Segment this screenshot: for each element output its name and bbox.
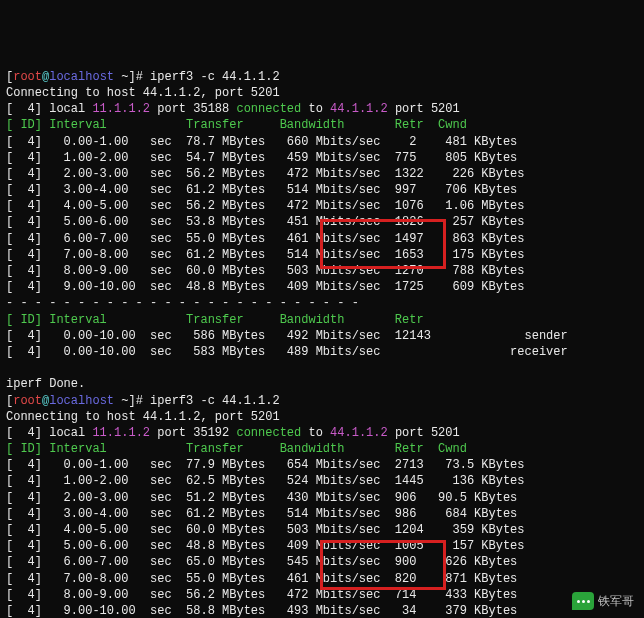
- watermark-text: 铁军哥: [598, 593, 634, 609]
- table-header: [ ID] Interval Transfer Bandwidth Retr C…: [6, 441, 638, 457]
- table-row: [ 4] 2.00-3.00 sec 51.2 MBytes 430 Mbits…: [6, 490, 638, 506]
- wechat-icon: [572, 592, 594, 610]
- table-row: [ 4] 7.00-8.00 sec 61.2 MBytes 514 Mbits…: [6, 247, 638, 263]
- local-line: [ 4] local 11.1.1.2 port 35192 connected…: [6, 425, 638, 441]
- table-row: [ 4] 4.00-5.00 sec 56.2 MBytes 472 Mbits…: [6, 198, 638, 214]
- table-row: [ 4] 9.00-10.00 sec 48.8 MBytes 409 Mbit…: [6, 279, 638, 295]
- table-row: [ 4] 3.00-4.00 sec 61.2 MBytes 514 Mbits…: [6, 506, 638, 522]
- table-row: [ 4] 8.00-9.00 sec 56.2 MBytes 472 Mbits…: [6, 587, 638, 603]
- table-row: [ 4] 5.00-6.00 sec 48.8 MBytes 409 Mbits…: [6, 538, 638, 554]
- table-row: [ 4] 8.00-9.00 sec 60.0 MBytes 503 Mbits…: [6, 263, 638, 279]
- summary-sender: [ 4] 0.00-10.00 sec 586 MBytes 492 Mbits…: [6, 328, 638, 344]
- watermark: 铁军哥: [572, 592, 634, 610]
- connecting-line: Connecting to host 44.1.1.2, port 5201: [6, 85, 638, 101]
- table-row: [ 4] 0.00-1.00 sec 77.9 MBytes 654 Mbits…: [6, 457, 638, 473]
- shell-prompt[interactable]: [root@localhost ~]# iperf3 -c 44.1.1.2: [6, 69, 638, 85]
- table-row: [ 4] 7.00-8.00 sec 55.0 MBytes 461 Mbits…: [6, 571, 638, 587]
- summary-receiver: [ 4] 0.00-10.00 sec 583 MBytes 489 Mbits…: [6, 344, 638, 360]
- connecting-line: Connecting to host 44.1.1.2, port 5201: [6, 409, 638, 425]
- shell-prompt[interactable]: [root@localhost ~]# iperf3 -c 44.1.1.2: [6, 393, 638, 409]
- table-row: [ 4] 5.00-6.00 sec 53.8 MBytes 451 Mbits…: [6, 214, 638, 230]
- table-header: [ ID] Interval Transfer Bandwidth Retr C…: [6, 117, 638, 133]
- local-line: [ 4] local 11.1.1.2 port 35188 connected…: [6, 101, 638, 117]
- done-line: iperf Done.: [6, 376, 638, 392]
- blank: [6, 360, 638, 376]
- table-row: [ 4] 3.00-4.00 sec 61.2 MBytes 514 Mbits…: [6, 182, 638, 198]
- table-row: [ 4] 0.00-1.00 sec 78.7 MBytes 660 Mbits…: [6, 134, 638, 150]
- table-row: [ 4] 9.00-10.00 sec 58.8 MBytes 493 Mbit…: [6, 603, 638, 618]
- table-row: [ 4] 6.00-7.00 sec 65.0 MBytes 545 Mbits…: [6, 554, 638, 570]
- table-row: [ 4] 6.00-7.00 sec 55.0 MBytes 461 Mbits…: [6, 231, 638, 247]
- table-row: [ 4] 4.00-5.00 sec 60.0 MBytes 503 Mbits…: [6, 522, 638, 538]
- summary-header: [ ID] Interval Transfer Bandwidth Retr: [6, 312, 638, 328]
- separator: - - - - - - - - - - - - - - - - - - - - …: [6, 295, 638, 311]
- terminal-output: [root@localhost ~]# iperf3 -c 44.1.1.2Co…: [6, 69, 638, 618]
- table-row: [ 4] 1.00-2.00 sec 62.5 MBytes 524 Mbits…: [6, 473, 638, 489]
- table-row: [ 4] 2.00-3.00 sec 56.2 MBytes 472 Mbits…: [6, 166, 638, 182]
- table-row: [ 4] 1.00-2.00 sec 54.7 MBytes 459 Mbits…: [6, 150, 638, 166]
